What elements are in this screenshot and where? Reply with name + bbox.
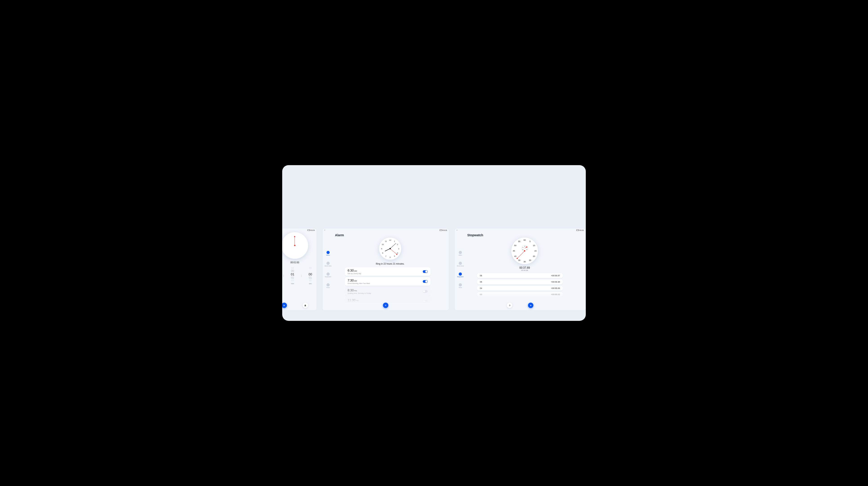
subdial-number: 30 xyxy=(524,246,525,247)
bell-icon xyxy=(304,304,307,307)
alarm-row[interactable]: 8:30PMQuitting time, Monday to Friday xyxy=(345,287,430,296)
alarm-info: 8:30PMQuitting time, Monday to Friday xyxy=(348,288,371,294)
wifi-icon: ⌔ xyxy=(457,229,457,231)
page-title: Stopwatch xyxy=(455,231,586,237)
status-time: 08:08 xyxy=(580,229,584,231)
clock-number: 8 xyxy=(382,252,383,254)
alarm-row[interactable]: 7:30AMGood morning, Mon Tue Wed xyxy=(345,277,430,286)
second-hand xyxy=(390,249,397,255)
nav-alarm[interactable]: Alarm xyxy=(459,251,462,256)
picker-sec[interactable]: 59 . 00 01 02 sec xyxy=(304,267,317,285)
stopwatch-display: 00:37.89 xyxy=(520,266,530,269)
alarm-clock-face: 123456789101112 xyxy=(379,237,401,260)
nav-alarm[interactable]: Alarm xyxy=(326,251,330,256)
nav-stopwatch[interactable]: Stopwatch xyxy=(325,273,331,278)
alarm-toggle[interactable] xyxy=(423,300,428,303)
alarm-info: 6:30AMGet up, Every day xyxy=(348,269,361,275)
alarm-time: 7:30AM xyxy=(348,279,370,282)
alarm-info: 11:30PMSack time, Monday to Friday xyxy=(348,298,369,303)
time-pickers: 59 00 01 : 59 00 01 02 03 min : 59 . 0 xyxy=(282,267,317,285)
timer-clock-face xyxy=(282,232,308,259)
clock-number: 7 xyxy=(385,255,386,257)
side-nav: Alarm World clock Stopwatch Timer xyxy=(455,251,466,288)
clock-number: 5 xyxy=(394,255,395,257)
lap-list[interactable]: 06+00:06.8705+00:09.3804+00:05.0603+00:0… xyxy=(477,273,563,297)
nav-timer[interactable]: Timer xyxy=(459,283,462,288)
dial-number: 25 xyxy=(529,259,531,261)
nav-label: World clock xyxy=(457,265,464,267)
reset-button[interactable] xyxy=(507,303,512,308)
alarm-row[interactable]: 11:30PMSack time, Monday to Friday xyxy=(345,297,430,303)
nav-label: Stopwatch xyxy=(325,276,331,278)
stopwatch-clock: 30510152025 60510152025303540455055 00:3… xyxy=(464,237,586,271)
clock-number: 11 xyxy=(385,240,387,242)
reset-icon xyxy=(508,304,511,307)
nav-timer[interactable]: Timer xyxy=(326,283,330,288)
dial-number: 20 xyxy=(533,255,535,257)
picker-min-label: min xyxy=(286,283,299,285)
plus-icon xyxy=(384,304,387,307)
alert-button[interactable] xyxy=(303,303,308,308)
minute-hand xyxy=(390,243,396,249)
lap-row[interactable]: 03+00:05.02 xyxy=(477,292,563,297)
alarm-icon xyxy=(459,251,462,254)
clock-number: 12 xyxy=(389,239,391,241)
add-alarm-button[interactable] xyxy=(383,303,389,308)
clock-number: 4 xyxy=(397,252,398,254)
status-time: 08:08 xyxy=(443,229,447,231)
nav-world-clock[interactable]: World clock xyxy=(457,262,464,267)
battery-icon xyxy=(307,229,310,231)
subdial-number: 10 xyxy=(526,249,527,250)
timer-icon xyxy=(459,283,462,286)
alarm-toggle[interactable] xyxy=(423,280,428,283)
alarm-list[interactable]: 6:30AMGet up, Every day7:30AMGood mornin… xyxy=(345,267,430,303)
globe-icon xyxy=(327,262,330,265)
subdial-number: 5 xyxy=(527,247,527,248)
lap-row[interactable]: 04+00:05.06 xyxy=(477,286,563,291)
card-stopwatch[interactable]: ⌔ 08:08 Stopwatch Alarm World clock xyxy=(455,228,586,311)
alarm-row[interactable]: 6:30AMGet up, Every day xyxy=(345,267,430,276)
card-timer[interactable]: 08:08 00:01:00 59 00 01 : 59 xyxy=(282,228,317,311)
card-alarm[interactable]: ⌔ 08:08 Alarm Alarm World clock xyxy=(322,228,449,311)
lap-number: 05 xyxy=(480,281,482,283)
dial-number: 55 xyxy=(518,240,520,242)
status-bar: ⌔ 08:08 xyxy=(455,228,586,231)
dial-number: 35 xyxy=(518,259,520,261)
lap-row[interactable]: 06+00:06.87 xyxy=(477,273,563,278)
nav-stopwatch[interactable]: Stopwatch xyxy=(457,273,463,278)
lap-number: 06 xyxy=(480,275,482,277)
alarm-subtitle: Get up, Every day xyxy=(348,273,361,275)
play-icon xyxy=(530,304,532,307)
clock-pivot xyxy=(294,245,296,246)
picker-sep: : xyxy=(283,274,284,278)
dial-number: 30 xyxy=(524,261,526,263)
clock-number: 3 xyxy=(398,248,399,250)
clock-pivot xyxy=(390,248,391,249)
start-button[interactable] xyxy=(282,303,287,308)
nav-world-clock[interactable]: World clock xyxy=(324,262,332,267)
nav-label: Timer xyxy=(459,287,462,288)
nav-label: Alarm xyxy=(326,255,330,256)
clock-number: 9 xyxy=(381,248,382,250)
lap-number: 03 xyxy=(480,293,482,296)
ring-info: Ring in 22 hours 21 minutes. xyxy=(376,263,404,265)
alarm-toggle[interactable] xyxy=(423,270,428,273)
wifi-icon: ⌔ xyxy=(324,229,325,231)
dial-number: 60 xyxy=(524,239,526,241)
multitask-overview: 08:08 00:01:00 59 00 01 : 59 xyxy=(282,165,586,321)
stopwatch-lap-display: 00:06.86 xyxy=(521,269,528,271)
dial-number: 45 xyxy=(513,250,515,252)
stopwatch-second-hand xyxy=(517,251,525,259)
clock-number: 1 xyxy=(394,240,395,242)
globe-icon xyxy=(459,262,462,265)
alarm-toggle[interactable] xyxy=(423,290,428,293)
alarm-icon xyxy=(327,251,330,254)
stopwatch-icon xyxy=(327,273,330,276)
lap-row[interactable]: 05+00:09.38 xyxy=(477,280,563,284)
picker-min[interactable]: 59 00 01 02 03 min xyxy=(286,267,299,285)
dial-number: 5 xyxy=(529,240,530,242)
alarm-time: 11:30PM xyxy=(348,298,369,302)
nav-label: Timer xyxy=(326,287,330,288)
start-button[interactable] xyxy=(528,303,533,308)
timer-second-hand xyxy=(294,236,295,246)
